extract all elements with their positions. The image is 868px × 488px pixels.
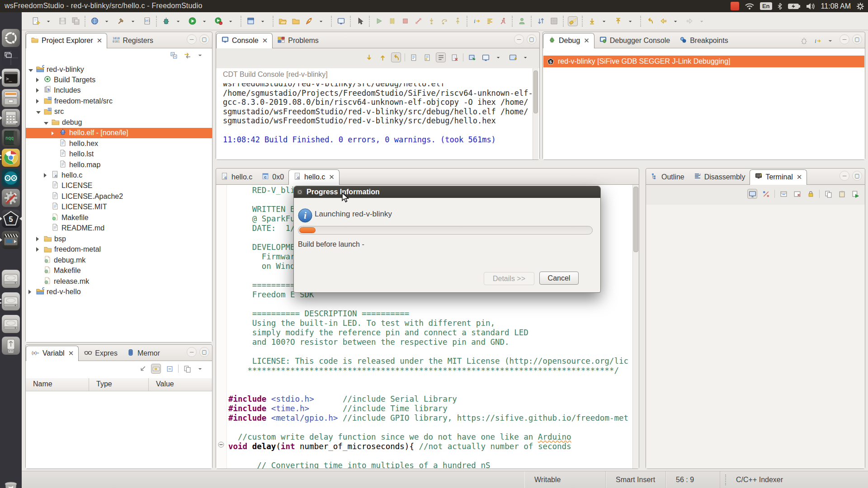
close-tab-icon[interactable]: ✕: [797, 173, 802, 181]
tree-item-freedom-metal[interactable]: freedom-metal: [36, 244, 101, 255]
battery-icon[interactable]: [788, 3, 800, 9]
tree-item-hello-hex[interactable]: hello.hex: [52, 138, 98, 149]
dbg-graybug-icon[interactable]: [799, 36, 809, 46]
sort-arrows-icon[interactable]: [536, 16, 546, 26]
new-wizard-icon[interactable]: [31, 16, 41, 26]
caret-icon[interactable]: [671, 16, 681, 26]
step-return-disabled-icon[interactable]: [453, 16, 462, 26]
expand-arrow-icon[interactable]: [36, 108, 42, 116]
caret-icon[interactable]: [103, 16, 113, 26]
run-external-icon[interactable]: [213, 16, 223, 26]
keyboard-layout-indicator[interactable]: En: [760, 2, 772, 10]
minimize-button[interactable]: ─: [840, 171, 849, 181]
tree-item-readme-md[interactable]: README.md: [44, 223, 104, 234]
editor-tab-0x0[interactable]: c0x0: [257, 170, 288, 184]
launcher-item-terminal[interactable]: >_: [0, 69, 22, 89]
build-hammer-icon[interactable]: [116, 16, 126, 26]
wifi-icon[interactable]: [745, 3, 755, 10]
launcher-item-calculator[interactable]: [0, 109, 22, 129]
tree-item-debug[interactable]: debug: [44, 117, 82, 127]
view-menu-icon[interactable]: [196, 364, 206, 374]
tree-item-debug-mk[interactable]: debug.mk: [36, 255, 85, 265]
expand-arrow-icon[interactable]: [44, 118, 50, 127]
maximize-button[interactable]: ▢: [527, 34, 537, 44]
prev-annotation-icon[interactable]: [587, 16, 597, 26]
column-header-value[interactable]: Value: [149, 378, 212, 391]
step-into-disabled-icon[interactable]: [426, 16, 436, 26]
expand-arrow-icon[interactable]: [52, 129, 58, 137]
debug-session-row[interactable]: 5 red-v-blinky [SiFive GDB SEGGER J-Link…: [543, 56, 864, 67]
recorder-icon[interactable]: [731, 2, 739, 10]
dialog-titlebar[interactable]: Progress Information: [294, 186, 600, 198]
minimize-button[interactable]: ─: [187, 34, 197, 44]
launcher-item-arduino[interactable]: [0, 169, 22, 189]
editor-tab-hello-c[interactable]: .chello.c: [216, 170, 257, 184]
tree-item-src[interactable]: Ssrc: [36, 107, 64, 117]
maximize-button[interactable]: ▢: [852, 34, 862, 44]
tree-item-includes[interactable]: hIncludes: [36, 85, 81, 96]
grid-view-icon[interactable]: [549, 16, 559, 26]
flashlight-active-icon[interactable]: [568, 16, 578, 26]
dbg-istep-icon[interactable]: i: [812, 36, 822, 46]
volume-icon[interactable]: [806, 3, 816, 10]
tree-item-bsp[interactable]: bsp: [36, 234, 66, 244]
close-tab-icon[interactable]: ✕: [329, 173, 335, 181]
caret-icon[interactable]: [317, 16, 327, 26]
pointer-mode-icon[interactable]: [355, 16, 365, 26]
tree-item-hello-map[interactable]: hello.map: [52, 160, 100, 170]
terminal-tab-outline[interactable]: Outline: [646, 170, 689, 184]
back-nav-icon[interactable]: [658, 16, 668, 26]
profile-runner-icon[interactable]: [498, 16, 508, 26]
caret-icon[interactable]: [129, 16, 139, 26]
close-tab-icon[interactable]: ✕: [68, 349, 74, 357]
pause-disabled-icon[interactable]: [387, 16, 397, 26]
tree-item-license[interactable]: LICENSE: [44, 181, 92, 191]
launcher-item-workspace-switcher[interactable]: [0, 49, 22, 69]
trace-lines-icon[interactable]: [485, 16, 495, 26]
save-all-disabled-icon[interactable]: [71, 16, 80, 26]
var-showtype-icon[interactable]: [151, 364, 161, 374]
launcher-item-video-editor[interactable]: [0, 231, 22, 251]
clock[interactable]: 11:08 AM: [821, 2, 851, 10]
profile-person-icon[interactable]: [517, 16, 527, 26]
tree-item-hello-c[interactable]: .chello.c: [44, 170, 82, 181]
term-paste-icon[interactable]: [837, 189, 847, 199]
close-tab-icon[interactable]: ✕: [262, 37, 268, 45]
console-scrollbar[interactable]: [533, 68, 538, 160]
term-run-icon[interactable]: [850, 189, 860, 199]
tree-item-red-v-hello[interactable]: Cred-v-hello: [28, 286, 81, 297]
tree-item-license-apache2[interactable]: LICENSE.Apache2: [44, 191, 123, 202]
expand-arrow-icon[interactable]: [28, 66, 35, 74]
var-collapse-icon[interactable]: [165, 364, 175, 374]
tree-item-makefile[interactable]: Makefile: [36, 266, 81, 276]
instruction-step-icon[interactable]: i: [472, 16, 481, 26]
caret-icon[interactable]: [226, 16, 236, 26]
launch-rocket-icon[interactable]: [304, 16, 314, 26]
var-copy-icon[interactable]: [182, 364, 192, 374]
tree-item-release-mk[interactable]: release.mk: [36, 276, 89, 286]
launcher-item-hard-disk-2[interactable]: [0, 292, 22, 312]
launcher-item-chrome[interactable]: [0, 149, 22, 169]
minimize-button[interactable]: ─: [840, 34, 849, 44]
expand-arrow-icon[interactable]: [36, 76, 42, 84]
open-folder-icon[interactable]: [278, 16, 288, 26]
tree-item-hello-lst[interactable]: hello.lst: [52, 149, 94, 160]
expand-arrow-icon[interactable]: [28, 288, 35, 296]
variables-tab-expres[interactable]: Expres: [79, 346, 122, 361]
word-wrap-icon[interactable]: [436, 52, 446, 62]
launcher-item-hard-disk-1[interactable]: [0, 270, 22, 290]
expand-arrow-icon[interactable]: [36, 97, 42, 105]
debug-tab-debug[interactable]: Debug✕: [543, 33, 594, 48]
close-tab-icon[interactable]: ✕: [97, 37, 103, 45]
maximize-button[interactable]: ▢: [852, 171, 862, 181]
caret-icon[interactable]: [259, 16, 269, 26]
term-tab2-icon[interactable]: [792, 189, 802, 199]
launcher-item-usb-drive[interactable]: [0, 337, 22, 357]
run-icon[interactable]: [187, 16, 197, 26]
expand-arrow-icon[interactable]: [36, 245, 42, 253]
caret-pale-icon[interactable]: [698, 16, 708, 26]
debug-bug-icon[interactable]: [161, 16, 171, 26]
maximize-button[interactable]: ▢: [199, 347, 209, 357]
launcher-item-file-archiver[interactable]: [0, 89, 22, 109]
term-monitor-icon[interactable]: [747, 189, 757, 199]
